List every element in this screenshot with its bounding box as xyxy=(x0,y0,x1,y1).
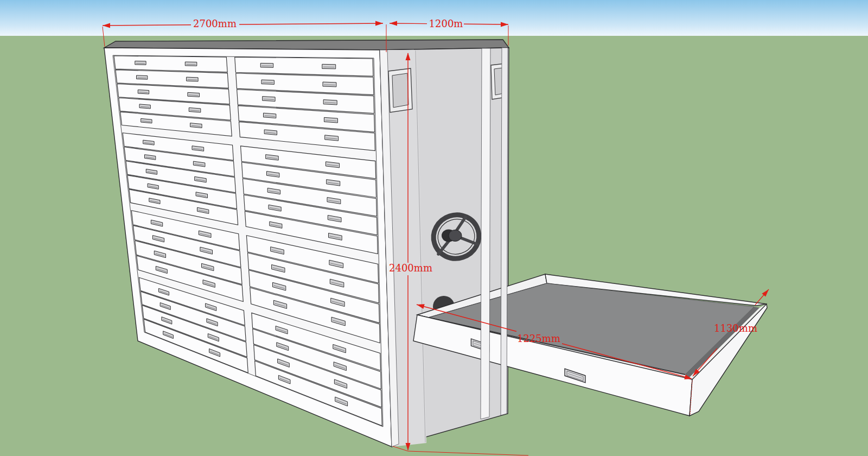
dim-label-height: 2400mm xyxy=(389,262,432,274)
wheel-hub xyxy=(449,230,462,242)
drawer-handle[interactable] xyxy=(188,92,200,97)
drawer-handle-groove xyxy=(324,85,335,85)
drawer-handle-groove xyxy=(138,78,146,78)
drawer-handle[interactable] xyxy=(135,61,146,65)
drawer-handle[interactable] xyxy=(260,63,273,67)
drawer-front[interactable] xyxy=(114,56,227,72)
side-rear-edge xyxy=(501,48,508,415)
drawer-handle-groove xyxy=(188,80,197,80)
drawer-handle[interactable] xyxy=(323,82,336,87)
drawer-handle[interactable] xyxy=(185,62,197,66)
drawer-handle[interactable] xyxy=(187,77,199,81)
drawer-handle[interactable] xyxy=(138,90,149,94)
drawer-handle[interactable] xyxy=(322,64,336,69)
dim-label-side-depth: 1200m xyxy=(429,18,463,29)
side-rear-stile xyxy=(481,48,490,419)
card-frame-1[interactable] xyxy=(388,68,412,112)
drawer-handle[interactable] xyxy=(137,75,148,79)
dim-label-tray-depth: 1130mm xyxy=(714,322,757,334)
drawer-handle[interactable] xyxy=(263,97,275,102)
dim-label-front-width: 2700mm xyxy=(193,18,237,29)
dim-label-tray-width: 1225mm xyxy=(517,333,560,344)
model-viewport: 2700mm 1200m 2400mm 1225mm 1130mm xyxy=(0,0,868,456)
drawer-handle[interactable] xyxy=(261,80,274,84)
